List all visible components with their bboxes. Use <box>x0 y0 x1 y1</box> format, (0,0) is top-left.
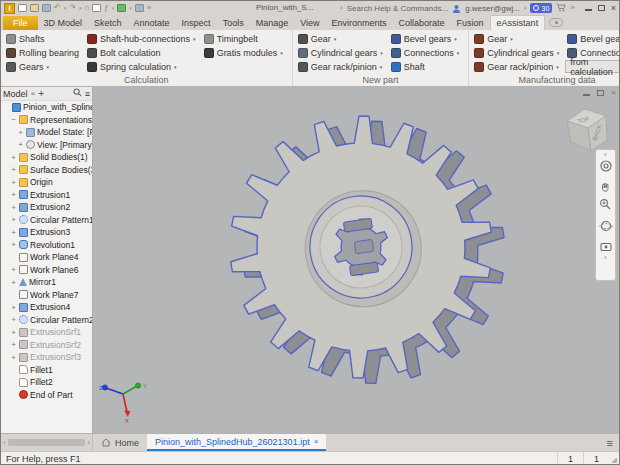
look-at-icon[interactable] <box>599 241 613 253</box>
np-shaft-button[interactable]: Shaft <box>389 60 462 74</box>
tree-item-revolution1[interactable]: +Revolution1 <box>1 239 92 252</box>
doc-close-button[interactable]: × <box>611 89 616 97</box>
browser-horizontal-scrollbar[interactable]: ‹ › <box>1 434 93 451</box>
tree-expander-icon[interactable]: + <box>10 165 17 174</box>
tree-item-pinion-with-splinedhub-26021301[interactable]: Pinion_with_SplinedHub_26021301 <box>1 101 92 114</box>
save-icon[interactable] <box>42 4 51 12</box>
tree-expander-icon[interactable]: + <box>10 215 17 224</box>
menu-tab-inspect[interactable]: Inspect <box>176 16 217 30</box>
tree-expander-icon[interactable]: + <box>10 228 17 237</box>
redo-caret-icon[interactable]: ▾ <box>79 5 82 11</box>
doc-minimize-button[interactable] <box>583 90 590 96</box>
orbit-icon[interactable] <box>599 219 613 233</box>
menu-tab-3d-model[interactable]: 3D Model <box>38 16 89 30</box>
tree-item-extrusionsrf1[interactable]: +ExtrusionSrf1 <box>1 326 92 339</box>
menu-tab-file[interactable]: File <box>3 16 38 30</box>
tree-expander-icon[interactable]: + <box>10 178 17 187</box>
qat-more-icon[interactable]: » <box>147 4 151 12</box>
maximize-button[interactable] <box>598 5 605 11</box>
tree-item-work-plane4[interactable]: Work Plane4 <box>1 251 92 264</box>
new-file-icon[interactable] <box>18 4 27 12</box>
tree-expander-icon[interactable]: + <box>10 265 17 274</box>
tree-expander-icon[interactable]: + <box>17 140 24 149</box>
menu-tab-sketch[interactable]: Sketch <box>88 16 128 30</box>
undo-caret-icon[interactable]: ▾ <box>64 5 67 11</box>
doc-tabs-menu-icon[interactable]: ≡ <box>607 434 619 451</box>
zoom-caret-icon[interactable]: · <box>605 213 607 217</box>
menu-tab-tools[interactable]: Tools <box>217 16 250 30</box>
gear-model[interactable] <box>93 87 620 433</box>
menu-tab-eassistant[interactable]: eAssistant <box>490 15 546 30</box>
browser-add-icon[interactable]: + <box>38 88 44 99</box>
trial-clock-badge[interactable]: 30 <box>530 3 552 13</box>
np-gear-rack-pinion-button[interactable]: Gear rack/pinion▾ <box>296 60 385 74</box>
browser-menu-icon[interactable]: ≡ <box>85 89 90 99</box>
tree-expander-icon[interactable]: + <box>17 128 24 137</box>
redo-icon[interactable]: ↷ <box>69 4 76 12</box>
tree-item-origin[interactable]: +Origin <box>1 176 92 189</box>
md-cylindrical-gears-button[interactable]: Cylindrical gears▾ <box>472 46 561 60</box>
np-gear-button[interactable]: Gear▾ <box>296 32 385 46</box>
close-button[interactable]: × <box>611 4 616 13</box>
tree-item-extrusion4[interactable]: +Extrusion4 <box>1 301 92 314</box>
tree-expander-icon[interactable]: + <box>10 328 17 337</box>
toolbar-more-icon[interactable]: » <box>570 4 574 12</box>
scroll-left-icon[interactable]: ‹ <box>3 438 6 447</box>
menu-tab-collaborate[interactable]: Collaborate <box>393 16 451 30</box>
bolt-calculation-button[interactable]: Bolt calculation <box>85 46 198 60</box>
spring-calculation-button[interactable]: Spring calculation▾ <box>85 60 198 74</box>
rolling-bearing-button[interactable]: Rolling bearing <box>4 46 81 60</box>
tree-item-circular-pattern2[interactable]: +Circular Pattern2 <box>1 314 92 327</box>
tree-expander-icon[interactable]: + <box>10 303 17 312</box>
minimize-button[interactable] <box>585 5 592 11</box>
tree-expander-icon[interactable]: + <box>10 240 17 249</box>
menu-tab-annotate[interactable]: Annotate <box>128 16 176 30</box>
tree-item-fillet2[interactable]: Fillet2 <box>1 376 92 389</box>
tree-expander-icon[interactable]: + <box>10 203 17 212</box>
shafts-button[interactable]: Shafts <box>4 32 81 46</box>
tree-item-work-plane6[interactable]: +Work Plane6 <box>1 264 92 277</box>
inventor-logo-icon[interactable]: I <box>4 3 15 14</box>
tab-home[interactable]: Home <box>93 434 147 451</box>
doc-tab-close-icon[interactable]: × <box>314 437 319 446</box>
menu-tab-environments[interactable]: Environments <box>326 16 393 30</box>
tree-item-fillet1[interactable]: Fillet1 <box>1 364 92 377</box>
md-source-combo-combo[interactable]: from calculation▾ <box>565 60 620 73</box>
user-avatar-icon[interactable] <box>452 4 461 13</box>
tree-item-extrusion2[interactable]: +Extrusion2 <box>1 201 92 214</box>
tree-item-extrusionsrf3[interactable]: +ExtrusionSrf3 <box>1 351 92 364</box>
search-input[interactable]: Search Help & Commands... <box>347 4 448 13</box>
resize-grip[interactable]: ◢ <box>609 452 619 465</box>
navbar-handle-bottom[interactable] <box>604 256 607 259</box>
navbar-handle-top[interactable] <box>604 153 607 156</box>
orbit-caret-icon[interactable]: · <box>605 235 607 239</box>
steering-wheel-caret-icon[interactable]: · <box>605 175 607 179</box>
tree-expander-icon[interactable]: + <box>10 190 17 199</box>
tree-item-surface-bodies-3[interactable]: +Surface Bodies(3) <box>1 164 92 177</box>
tree-expander-icon[interactable]: − <box>10 115 17 124</box>
steering-wheel-icon[interactable] <box>599 159 613 173</box>
tree-item-work-plane7[interactable]: Work Plane7 <box>1 289 92 302</box>
signed-in-user[interactable]: g.weser@gwj... <box>465 4 520 13</box>
material-icon[interactable] <box>117 4 126 12</box>
gears-button[interactable]: Gears▾ <box>4 60 81 74</box>
appearance-icon[interactable] <box>135 4 144 12</box>
tree-item-extrusion3[interactable]: +Extrusion3 <box>1 226 92 239</box>
timingbelt-button[interactable]: Timingbelt <box>202 32 285 46</box>
open-file-icon[interactable] <box>30 4 39 12</box>
np-bevel-gears-button[interactable]: Bevel gears▾ <box>389 32 462 46</box>
search-expand-icon[interactable]: › <box>340 4 343 12</box>
tree-expander-icon[interactable]: + <box>10 315 17 324</box>
tree-item-model-state-primary[interactable]: +Model State: [Primary] <box>1 126 92 139</box>
doc-restore-button[interactable] <box>597 90 604 96</box>
tree-expander-icon[interactable]: + <box>10 353 17 362</box>
tree-item-representations[interactable]: −Representations <box>1 114 92 127</box>
zoom-icon[interactable] <box>599 198 612 211</box>
pan-hand-icon[interactable] <box>599 181 612 194</box>
browser-close-icon[interactable]: × <box>31 89 36 98</box>
cart-icon[interactable] <box>556 3 566 14</box>
update-icon[interactable]: ƒ <box>104 4 108 12</box>
browser-tab-model[interactable]: Model <box>3 89 28 99</box>
update-caret-icon[interactable]: ▾ <box>112 5 115 11</box>
menu-tab-fusion[interactable]: Fusion <box>451 16 490 30</box>
